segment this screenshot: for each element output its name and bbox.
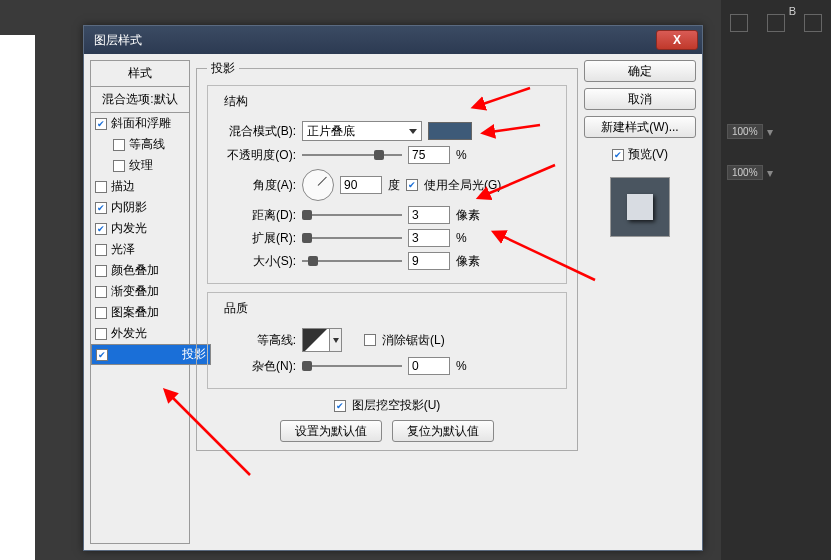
style-item-checkbox[interactable] — [96, 349, 108, 361]
structure-group: 结构 混合模式(B): 正片叠底 不透明度(O): % — [207, 85, 567, 284]
contour-swatch[interactable] — [302, 328, 330, 352]
quality-group: 品质 等高线: 消除锯齿(L) 杂色(N): — [207, 292, 567, 389]
style-item-checkbox[interactable] — [95, 265, 107, 277]
style-item-8[interactable]: 渐变叠加 — [91, 281, 189, 302]
cancel-button[interactable]: 取消 — [584, 88, 696, 110]
style-item-label: 外发光 — [111, 325, 147, 342]
style-item-checkbox[interactable] — [95, 307, 107, 319]
style-item-9[interactable]: 图案叠加 — [91, 302, 189, 323]
preview-label: 预览(V) — [628, 146, 668, 163]
reset-default-button[interactable]: 复位为默认值 — [392, 420, 494, 442]
style-item-1[interactable]: 等高线 — [91, 134, 189, 155]
style-item-5[interactable]: 内发光 — [91, 218, 189, 239]
style-item-label: 内阴影 — [111, 199, 147, 216]
size-unit: 像素 — [456, 253, 486, 270]
fill-pct-box[interactable]: 100% — [727, 165, 763, 180]
close-button[interactable]: X — [656, 30, 698, 50]
quality-legend: 品质 — [221, 300, 251, 317]
opacity-input[interactable] — [408, 146, 450, 164]
style-item-label: 渐变叠加 — [111, 283, 159, 300]
style-item-checkbox[interactable] — [113, 160, 125, 172]
antialias-label: 消除锯齿(L) — [382, 332, 445, 349]
spread-label: 扩展(R): — [216, 230, 296, 247]
style-list: 样式 混合选项:默认 斜面和浮雕等高线纹理描边内阴影内发光光泽颜色叠加渐变叠加图… — [90, 60, 190, 544]
style-item-checkbox[interactable] — [95, 328, 107, 340]
style-item-3[interactable]: 描边 — [91, 176, 189, 197]
blend-mode-select[interactable]: 正片叠底 — [302, 121, 422, 141]
distance-input[interactable] — [408, 206, 450, 224]
opacity-label: 不透明度(O): — [216, 147, 296, 164]
opacity-unit: % — [456, 148, 486, 162]
blend-mode-value: 正片叠底 — [307, 123, 355, 140]
style-item-0[interactable]: 斜面和浮雕 — [91, 113, 189, 134]
preview-checkbox[interactable] — [612, 149, 624, 161]
effect-panel-title: 投影 — [207, 60, 239, 77]
dropdown-caret-icon[interactable]: ▾ — [767, 166, 773, 180]
spread-slider[interactable] — [302, 231, 402, 245]
chevron-down-icon — [409, 129, 417, 134]
canvas-edge — [0, 35, 35, 560]
effect-panel: 投影 结构 混合模式(B): 正片叠底 不透明度(O): — [196, 60, 578, 451]
panel-row-opacity: 100% ▾ — [721, 120, 831, 143]
panel-icon-1[interactable] — [730, 14, 748, 32]
style-item-10[interactable]: 外发光 — [91, 323, 189, 344]
style-item-label: 颜色叠加 — [111, 262, 159, 279]
dialog-titlebar[interactable]: 图层样式 X — [84, 26, 702, 54]
new-style-button[interactable]: 新建样式(W)... — [584, 116, 696, 138]
distance-label: 距离(D): — [216, 207, 296, 224]
style-item-checkbox[interactable] — [95, 244, 107, 256]
spread-input[interactable] — [408, 229, 450, 247]
global-light-label: 使用全局光(G) — [424, 177, 501, 194]
preview-thumbnail — [610, 177, 670, 237]
spread-unit: % — [456, 231, 486, 245]
b-channel-label: B — [789, 5, 796, 17]
style-item-label: 等高线 — [129, 136, 165, 153]
style-list-header[interactable]: 样式 — [91, 61, 189, 87]
style-item-checkbox[interactable] — [95, 118, 107, 130]
noise-slider[interactable] — [302, 359, 402, 373]
knockout-checkbox[interactable] — [334, 400, 346, 412]
distance-unit: 像素 — [456, 207, 486, 224]
panel-icon-2[interactable] — [767, 14, 785, 32]
opacity-pct-box[interactable]: 100% — [727, 124, 763, 139]
contour-label: 等高线: — [216, 332, 296, 349]
blend-options-default[interactable]: 混合选项:默认 — [91, 87, 189, 113]
knockout-label: 图层挖空投影(U) — [352, 397, 441, 414]
angle-input[interactable] — [340, 176, 382, 194]
noise-input[interactable] — [408, 357, 450, 375]
contour-dropdown[interactable] — [330, 328, 342, 352]
style-item-11[interactable]: 投影 — [91, 344, 211, 365]
style-item-label: 图案叠加 — [111, 304, 159, 321]
style-item-checkbox[interactable] — [113, 139, 125, 151]
antialias-checkbox[interactable] — [364, 334, 376, 346]
size-label: 大小(S): — [216, 253, 296, 270]
preview-inner — [627, 194, 653, 220]
panel-icon-3[interactable] — [804, 14, 822, 32]
panel-row-fill: 100% ▾ — [721, 161, 831, 184]
style-item-checkbox[interactable] — [95, 286, 107, 298]
ok-button[interactable]: 确定 — [584, 60, 696, 82]
angle-label: 角度(A): — [216, 177, 296, 194]
style-item-label: 斜面和浮雕 — [111, 115, 171, 132]
style-item-checkbox[interactable] — [95, 223, 107, 235]
angle-unit: 度 — [388, 177, 400, 194]
style-item-label: 纹理 — [129, 157, 153, 174]
style-item-7[interactable]: 颜色叠加 — [91, 260, 189, 281]
style-item-checkbox[interactable] — [95, 202, 107, 214]
distance-slider[interactable] — [302, 208, 402, 222]
structure-legend: 结构 — [221, 93, 251, 110]
style-item-2[interactable]: 纹理 — [91, 155, 189, 176]
style-item-checkbox[interactable] — [95, 181, 107, 193]
shadow-color-swatch[interactable] — [428, 122, 472, 140]
style-item-6[interactable]: 光泽 — [91, 239, 189, 260]
size-input[interactable] — [408, 252, 450, 270]
style-item-label: 内发光 — [111, 220, 147, 237]
size-slider[interactable] — [302, 254, 402, 268]
set-default-button[interactable]: 设置为默认值 — [280, 420, 382, 442]
dropdown-caret-icon[interactable]: ▾ — [767, 125, 773, 139]
style-item-4[interactable]: 内阴影 — [91, 197, 189, 218]
global-light-checkbox[interactable] — [406, 179, 418, 191]
noise-label: 杂色(N): — [216, 358, 296, 375]
angle-dial[interactable] — [302, 169, 334, 201]
opacity-slider[interactable] — [302, 148, 402, 162]
